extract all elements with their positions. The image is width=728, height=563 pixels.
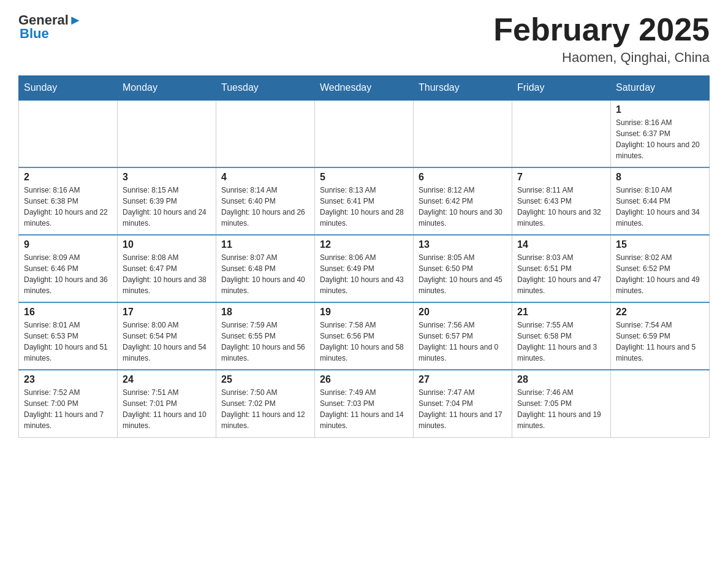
day-header-wednesday: Wednesday [315, 76, 414, 101]
day-header-saturday: Saturday [611, 76, 710, 101]
day-info: Sunrise: 7:47 AMSunset: 7:04 PMDaylight:… [419, 387, 507, 431]
day-info: Sunrise: 7:51 AMSunset: 7:01 PMDaylight:… [123, 387, 211, 431]
day-info: Sunrise: 8:01 AMSunset: 6:53 PMDaylight:… [24, 320, 112, 364]
calendar-cell: 13Sunrise: 8:05 AMSunset: 6:50 PMDayligh… [414, 235, 512, 302]
day-info: Sunrise: 7:52 AMSunset: 7:00 PMDaylight:… [24, 387, 112, 431]
day-info: Sunrise: 8:07 AMSunset: 6:48 PMDaylight:… [221, 252, 309, 296]
calendar-cell: 23Sunrise: 7:52 AMSunset: 7:00 PMDayligh… [19, 370, 118, 437]
calendar-cell: 19Sunrise: 7:58 AMSunset: 6:56 PMDayligh… [315, 302, 414, 370]
calendar-cell: 6Sunrise: 8:12 AMSunset: 6:42 PMDaylight… [414, 167, 512, 235]
day-header-sunday: Sunday [19, 76, 118, 101]
calendar-cell [118, 100, 216, 167]
day-header-monday: Monday [118, 76, 216, 101]
day-number: 28 [517, 374, 605, 385]
day-number: 10 [123, 239, 211, 250]
day-number: 15 [616, 239, 704, 250]
calendar-cell: 14Sunrise: 8:03 AMSunset: 6:51 PMDayligh… [512, 235, 611, 302]
logo-text-blue: Blue [20, 26, 49, 42]
page-header: General ► Blue February 2025 Haomen, Qin… [18, 12, 710, 66]
calendar-cell: 9Sunrise: 8:09 AMSunset: 6:46 PMDaylight… [19, 235, 118, 302]
calendar-cell: 2Sunrise: 8:16 AMSunset: 6:38 PMDaylight… [19, 167, 118, 235]
day-info: Sunrise: 7:55 AMSunset: 6:58 PMDaylight:… [517, 320, 605, 364]
day-info: Sunrise: 8:14 AMSunset: 6:40 PMDaylight:… [221, 185, 309, 229]
day-number: 26 [320, 374, 408, 385]
calendar-cell [315, 100, 414, 167]
calendar-cell: 8Sunrise: 8:10 AMSunset: 6:44 PMDaylight… [611, 167, 710, 235]
calendar-cell: 7Sunrise: 8:11 AMSunset: 6:43 PMDaylight… [512, 167, 611, 235]
day-number: 7 [517, 172, 605, 183]
day-number: 18 [221, 307, 309, 318]
calendar-cell [216, 100, 315, 167]
day-number: 11 [221, 239, 309, 250]
day-number: 4 [221, 172, 309, 183]
day-info: Sunrise: 8:16 AMSunset: 6:37 PMDaylight:… [616, 117, 704, 161]
day-info: Sunrise: 7:56 AMSunset: 6:57 PMDaylight:… [419, 320, 507, 364]
day-number: 6 [419, 172, 507, 183]
week-row-5: 23Sunrise: 7:52 AMSunset: 7:00 PMDayligh… [19, 370, 710, 437]
calendar-cell: 22Sunrise: 7:54 AMSunset: 6:59 PMDayligh… [611, 302, 710, 370]
calendar-cell: 25Sunrise: 7:50 AMSunset: 7:02 PMDayligh… [216, 370, 315, 437]
day-number: 19 [320, 307, 408, 318]
day-info: Sunrise: 7:54 AMSunset: 6:59 PMDaylight:… [616, 320, 704, 364]
day-info: Sunrise: 8:15 AMSunset: 6:39 PMDaylight:… [123, 185, 211, 229]
calendar-cell: 24Sunrise: 7:51 AMSunset: 7:01 PMDayligh… [118, 370, 216, 437]
calendar-cell: 5Sunrise: 8:13 AMSunset: 6:41 PMDaylight… [315, 167, 414, 235]
day-info: Sunrise: 8:12 AMSunset: 6:42 PMDaylight:… [419, 185, 507, 229]
day-info: Sunrise: 7:59 AMSunset: 6:55 PMDaylight:… [221, 320, 309, 364]
day-info: Sunrise: 7:58 AMSunset: 6:56 PMDaylight:… [320, 320, 408, 364]
day-number: 27 [419, 374, 507, 385]
day-info: Sunrise: 8:08 AMSunset: 6:47 PMDaylight:… [123, 252, 211, 296]
day-number: 2 [24, 172, 112, 183]
day-number: 25 [221, 374, 309, 385]
day-info: Sunrise: 8:00 AMSunset: 6:54 PMDaylight:… [123, 320, 211, 364]
day-header-thursday: Thursday [414, 76, 512, 101]
day-number: 1 [616, 104, 704, 115]
day-number: 22 [616, 307, 704, 318]
day-info: Sunrise: 8:02 AMSunset: 6:52 PMDaylight:… [616, 252, 704, 296]
day-info: Sunrise: 7:50 AMSunset: 7:02 PMDaylight:… [221, 387, 309, 431]
calendar-cell: 21Sunrise: 7:55 AMSunset: 6:58 PMDayligh… [512, 302, 611, 370]
day-number: 9 [24, 239, 112, 250]
calendar-cell: 18Sunrise: 7:59 AMSunset: 6:55 PMDayligh… [216, 302, 315, 370]
day-info: Sunrise: 8:05 AMSunset: 6:50 PMDaylight:… [419, 252, 507, 296]
month-title: February 2025 [493, 12, 710, 47]
calendar-cell: 28Sunrise: 7:46 AMSunset: 7:05 PMDayligh… [512, 370, 611, 437]
day-info: Sunrise: 8:03 AMSunset: 6:51 PMDaylight:… [517, 252, 605, 296]
calendar-table: SundayMondayTuesdayWednesdayThursdayFrid… [18, 75, 710, 438]
week-row-2: 2Sunrise: 8:16 AMSunset: 6:38 PMDaylight… [19, 167, 710, 235]
calendar-cell: 10Sunrise: 8:08 AMSunset: 6:47 PMDayligh… [118, 235, 216, 302]
calendar-cell: 17Sunrise: 8:00 AMSunset: 6:54 PMDayligh… [118, 302, 216, 370]
day-info: Sunrise: 8:09 AMSunset: 6:46 PMDaylight:… [24, 252, 112, 296]
logo: General ► Blue [18, 12, 82, 42]
calendar-cell: 11Sunrise: 8:07 AMSunset: 6:48 PMDayligh… [216, 235, 315, 302]
day-info: Sunrise: 8:13 AMSunset: 6:41 PMDaylight:… [320, 185, 408, 229]
calendar-cell: 20Sunrise: 7:56 AMSunset: 6:57 PMDayligh… [414, 302, 512, 370]
logo-text-blue-inline: ► [69, 12, 82, 28]
week-row-3: 9Sunrise: 8:09 AMSunset: 6:46 PMDaylight… [19, 235, 710, 302]
calendar-cell [611, 370, 710, 437]
calendar-cell: 26Sunrise: 7:49 AMSunset: 7:03 PMDayligh… [315, 370, 414, 437]
day-info: Sunrise: 8:11 AMSunset: 6:43 PMDaylight:… [517, 185, 605, 229]
day-number: 24 [123, 374, 211, 385]
day-header-tuesday: Tuesday [216, 76, 315, 101]
calendar-cell [512, 100, 611, 167]
day-number: 13 [419, 239, 507, 250]
day-number: 8 [616, 172, 704, 183]
day-number: 14 [517, 239, 605, 250]
calendar-cell: 16Sunrise: 8:01 AMSunset: 6:53 PMDayligh… [19, 302, 118, 370]
day-info: Sunrise: 8:16 AMSunset: 6:38 PMDaylight:… [24, 185, 112, 229]
title-block: February 2025 Haomen, Qinghai, China [493, 12, 710, 66]
calendar-cell: 12Sunrise: 8:06 AMSunset: 6:49 PMDayligh… [315, 235, 414, 302]
calendar-cell: 27Sunrise: 7:47 AMSunset: 7:04 PMDayligh… [414, 370, 512, 437]
calendar-cell: 3Sunrise: 8:15 AMSunset: 6:39 PMDaylight… [118, 167, 216, 235]
day-number: 16 [24, 307, 112, 318]
week-row-4: 16Sunrise: 8:01 AMSunset: 6:53 PMDayligh… [19, 302, 710, 370]
day-number: 17 [123, 307, 211, 318]
day-number: 20 [419, 307, 507, 318]
location-title: Haomen, Qinghai, China [493, 50, 710, 66]
day-info: Sunrise: 8:06 AMSunset: 6:49 PMDaylight:… [320, 252, 408, 296]
day-info: Sunrise: 7:46 AMSunset: 7:05 PMDaylight:… [517, 387, 605, 431]
day-number: 23 [24, 374, 112, 385]
days-of-week-row: SundayMondayTuesdayWednesdayThursdayFrid… [19, 76, 710, 101]
day-header-friday: Friday [512, 76, 611, 101]
